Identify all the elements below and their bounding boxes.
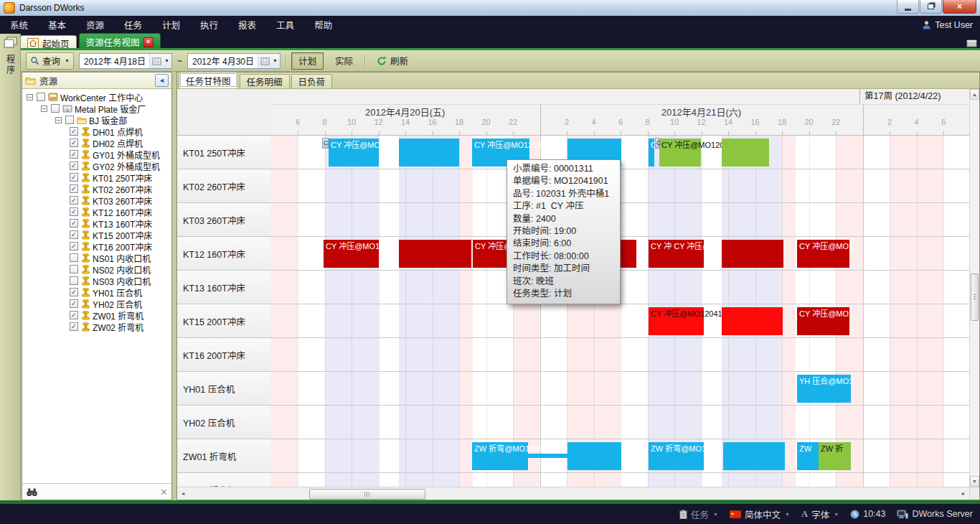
close-find-icon[interactable]: ✕ [160, 487, 168, 497]
tree-item[interactable]: ✓YH01 压合机 [22, 286, 171, 298]
tree-checkbox[interactable] [70, 253, 78, 262]
menu-item[interactable]: 帮助 [304, 16, 342, 34]
close-button[interactable]: × [943, 0, 976, 14]
tree-checkbox[interactable] [70, 265, 78, 273]
plan-toggle-button[interactable]: 计划 [291, 52, 324, 70]
menu-item[interactable]: 计划 [152, 16, 190, 34]
tree-item[interactable]: –WorkCenter 工作中心 [22, 91, 171, 103]
tree-checkbox[interactable]: ✓ [70, 288, 78, 296]
tree-checkbox[interactable]: ✓ [70, 127, 78, 136]
status-item[interactable]: ★简体中文▼ [730, 507, 790, 521]
menu-item[interactable]: 工具 [266, 16, 304, 34]
tree-item[interactable]: ✓KT02 260T冲床 [22, 183, 171, 195]
gantt-task-bar[interactable] [722, 307, 783, 335]
tree-checkbox[interactable]: ✓ [70, 184, 78, 193]
tree-item[interactable]: ✓GY01 外桶成型机 [22, 149, 171, 160]
tree-item[interactable]: ✓DH02 点焊机 [22, 137, 171, 149]
tree-item[interactable]: ✓DH01 点焊机 [22, 126, 171, 137]
tree-item[interactable]: –Metal Plate 钣金厂 [22, 103, 171, 114]
gantt-task-bar[interactable]: ZW [797, 442, 819, 470]
status-item[interactable]: 任务▼ [679, 507, 718, 521]
gantt-task-bar[interactable]: ZW 折弯@MO12041901 [472, 442, 528, 470]
date-to-dropdown[interactable]: ▼ [258, 54, 280, 68]
tree-item[interactable]: NS03 内收口机 [22, 275, 171, 286]
tree-checkbox[interactable] [51, 104, 60, 113]
gantt-task-bar[interactable]: CY 冲压@MO12041901 [329, 139, 379, 167]
gantt-task-bar[interactable] [399, 139, 459, 167]
minimize-button[interactable] [897, 0, 919, 14]
tree-item[interactable]: NS02 内收口机 [22, 263, 171, 275]
gantt-task-bar[interactable]: CY 冲压@MO1 [797, 240, 849, 268]
binoculars-icon[interactable] [26, 487, 38, 497]
query-button[interactable]: 查询 ▼ [26, 52, 74, 70]
tree-checkbox[interactable]: ✓ [70, 299, 78, 308]
close-tab-icon[interactable]: × [143, 37, 154, 47]
sidebar-tab-programs[interactable]: 程序 [0, 34, 20, 76]
expander-icon[interactable]: – [27, 94, 33, 100]
date-from-field[interactable]: 2012年 4月18日 ▼ [79, 53, 172, 69]
tree-item[interactable]: ✓KT15 200T冲床 [22, 229, 171, 240]
gantt-task-bar[interactable]: CY 冲压@MO1 [797, 307, 849, 335]
tree-checkbox[interactable]: ✓ [70, 219, 78, 228]
tree-checkbox[interactable]: ✓ [70, 230, 78, 239]
tree-item[interactable]: ✓GY02 外桶成型机 [22, 160, 171, 172]
tree-item[interactable]: ✓ZW02 折弯机 [22, 321, 171, 332]
scroll-left-icon[interactable]: ◄ [177, 487, 189, 500]
tree-item[interactable]: ✓KT03 260T冲床 [22, 195, 171, 206]
menu-item[interactable]: 报表 [228, 16, 266, 34]
expander-icon[interactable]: – [55, 117, 62, 123]
vertical-scrollbar[interactable]: ▲ ▼ [969, 89, 979, 487]
horizontal-scrollbar[interactable]: ◄ ► [177, 487, 969, 500]
date-to-field[interactable]: 2012年 4月30日 ▼ [187, 53, 281, 69]
tree-checkbox[interactable] [65, 116, 74, 124]
task-marker[interactable]: C [322, 138, 329, 149]
menu-item[interactable]: 任务 [114, 16, 152, 34]
tree-item[interactable]: ✓ZW01 折弯机 [22, 309, 171, 321]
scroll-down-icon[interactable]: ▼ [970, 476, 979, 487]
date-from-dropdown[interactable]: ▼ [149, 54, 171, 68]
tree-item[interactable]: ✓KT13 160T冲床 [22, 217, 171, 229]
vertical-scroll-thumb[interactable] [971, 273, 979, 321]
tree-checkbox[interactable]: ✓ [70, 173, 78, 182]
tree-checkbox[interactable]: ✓ [70, 207, 78, 216]
gantt-task-bar[interactable]: CY 冲压@MO12041903 [649, 307, 704, 335]
gantt-task-bar[interactable]: CY 冲压@MO12041902 [659, 139, 701, 167]
tree-checkbox[interactable] [37, 93, 45, 101]
gantt-task-bar[interactable] [722, 240, 783, 268]
status-item[interactable]: A字体▼ [801, 507, 839, 521]
restore-button[interactable] [920, 0, 942, 14]
menu-item[interactable]: 系统 [0, 16, 38, 34]
tree-checkbox[interactable]: ✓ [70, 196, 78, 205]
tree-checkbox[interactable]: ✓ [70, 242, 78, 251]
tree-checkbox[interactable] [70, 276, 78, 285]
gantt-task-bar[interactable]: ZW 折弯@MO12041901 [649, 442, 704, 470]
menu-item[interactable]: 基本 [38, 16, 76, 34]
tree-item[interactable]: ✓KT16 200T冲床 [22, 240, 171, 252]
refresh-button[interactable]: 刷新 [370, 53, 415, 69]
scroll-up-icon[interactable]: ▲ [970, 89, 979, 100]
tree-checkbox[interactable]: ✓ [70, 311, 78, 319]
gantt-view-tab[interactable]: 任务明细 [240, 74, 290, 88]
panel-layout-icon[interactable] [966, 39, 977, 48]
gantt-view-tab[interactable]: 日负荷 [291, 74, 333, 88]
tree-checkbox[interactable]: ✓ [70, 322, 78, 331]
tree-item[interactable]: ✓KT01 250T冲床 [22, 172, 171, 183]
tree-checkbox[interactable]: ✓ [70, 162, 78, 170]
scroll-right-icon[interactable]: ► [958, 487, 969, 500]
gantt-task-bar[interactable] [567, 442, 621, 470]
menu-item[interactable]: 资源 [76, 16, 114, 34]
tree-item[interactable]: ✓KT12 160T冲床 [22, 206, 171, 217]
tree-item[interactable]: NS01 内收口机 [22, 252, 171, 263]
gantt-task-bar[interactable]: C [649, 139, 654, 167]
gantt-task-bar[interactable]: ZW 折 [819, 442, 851, 470]
task-marker[interactable]: C [655, 138, 659, 149]
horizontal-scroll-thumb[interactable] [309, 489, 425, 500]
gantt-task-bar[interactable] [723, 442, 785, 470]
actual-toggle-button[interactable]: 实际 [329, 53, 359, 69]
gantt-task-bar[interactable]: YH 压合@MO1 [797, 375, 851, 403]
tree-item[interactable]: –BJ 钣金部 [22, 114, 171, 126]
gantt-task-bar[interactable] [722, 139, 769, 167]
tree-checkbox[interactable]: ✓ [70, 150, 78, 159]
tree-item[interactable]: ✓YH02 压合机 [22, 298, 171, 309]
expander-icon[interactable]: – [41, 106, 47, 112]
